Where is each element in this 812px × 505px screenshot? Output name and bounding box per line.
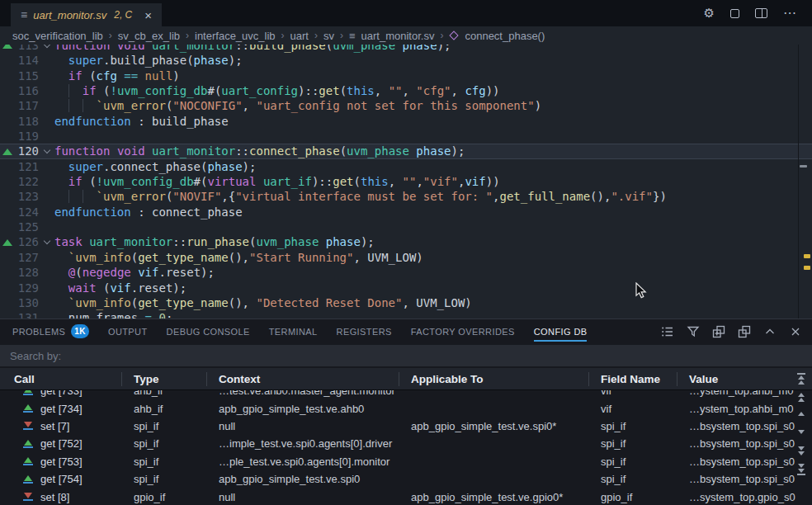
column-header-value[interactable]: Value — [677, 372, 812, 386]
code-line[interactable]: 126task uart_monitor::run_phase(uvm_phas… — [0, 234, 812, 249]
code-token: "cfg" — [416, 84, 451, 97]
gutter-arrow-icon[interactable] — [0, 144, 14, 158]
close-tab-icon[interactable]: × — [144, 9, 152, 21]
panel-tab-terminal[interactable]: TERMINAL — [269, 319, 318, 343]
panel-tab-label: DEBUG CONSOLE — [167, 327, 250, 337]
column-header-context[interactable]: Context — [207, 372, 399, 386]
configdb-search-input[interactable] — [10, 350, 802, 362]
column-header-field-name[interactable]: Field Name — [589, 372, 677, 386]
code-line[interactable]: 131 num_frames = 0; — [0, 310, 812, 319]
cell-value: …bsystem_top.spi_s0 — [677, 420, 812, 432]
gutter-arrow-icon[interactable] — [0, 45, 14, 53]
page-down-icon[interactable] — [795, 446, 808, 455]
call-label: set [8] — [40, 491, 69, 503]
breadcrumb-item[interactable]: sv_cb_ex_lib — [118, 30, 180, 42]
breadcrumb-item[interactable]: connect_phase() — [465, 30, 545, 42]
fold-space — [39, 295, 54, 310]
gutter-marker-space — [0, 114, 14, 129]
code-line[interactable]: 125 — [0, 219, 812, 234]
code-text: task uart_monitor::run_phase(uvm_phase p… — [54, 234, 375, 249]
panel-tab-label: OUTPUT — [108, 327, 148, 337]
code-text: super.build_phase(phase); — [54, 53, 243, 68]
close-panel-icon[interactable] — [789, 325, 802, 338]
table-row[interactable]: get [754]spi_ifapb_gpio_simple_test.ve.s… — [0, 470, 812, 488]
breadcrumb-item[interactable]: sv — [323, 30, 334, 42]
code-text: `uvm_info(get_type_name(), "Detected Res… — [54, 295, 472, 310]
fold-space — [39, 114, 54, 129]
code-line[interactable]: 124endfunction : connect_phase — [0, 205, 812, 219]
more-actions-icon[interactable]: ⋯ — [783, 7, 797, 20]
breadcrumb-item[interactable]: uart — [290, 30, 309, 42]
code-token: vif — [138, 266, 158, 279]
panel-tab-registers[interactable]: REGISTERS — [337, 319, 392, 343]
table-row[interactable]: get [753]spi_if…ple_test.ve.spi0.agents[… — [0, 453, 812, 470]
code-line[interactable]: 120function void uart_monitor::connect_p… — [0, 144, 812, 158]
code-line[interactable]: 115 if (cfg == null) — [0, 68, 812, 83]
maximize-panel-icon[interactable] — [763, 325, 777, 338]
gutter-arrow-icon[interactable] — [0, 234, 14, 249]
code-editor[interactable]: 113function void uart_monitor::build_pha… — [0, 45, 812, 319]
table-row[interactable]: get [752]spi_if…imple_test.ve.spi0.agent… — [0, 435, 812, 452]
code-token: (), — [229, 296, 257, 309]
code-line[interactable]: 122 if (!uvm_config_db#(virtual uart_if)… — [0, 174, 812, 189]
code-token: .connect_phase( — [103, 160, 207, 173]
editor-tab-uart-monitor[interactable]: ≡ uart_monitor.sv 2, C × — [11, 3, 162, 26]
code-token — [138, 69, 144, 83]
code-line[interactable]: 119 — [0, 129, 812, 144]
collapse-all-icon[interactable] — [712, 325, 725, 338]
view-as-list-icon[interactable] — [661, 325, 674, 338]
breadcrumb-item[interactable]: uart_monitor.sv — [361, 30, 435, 42]
code-line[interactable]: 118endfunction : build_phase — [0, 114, 812, 129]
code-token: "" — [389, 84, 403, 97]
code-line[interactable]: 117 `uvm_error("NOCONFIG", "uart_config … — [0, 98, 812, 113]
code-token: (), — [229, 251, 249, 264]
column-header-type[interactable]: Type — [122, 372, 207, 386]
code-line[interactable]: 114 super.build_phase(phase); — [0, 53, 812, 68]
panel-tab-debug-console[interactable]: DEBUG CONSOLE — [167, 319, 250, 343]
fold-space — [39, 159, 54, 174]
table-row[interactable]: set [7]spi_ifnullapb_gpio_simple_test.ve… — [0, 418, 812, 435]
fold-chevron-icon[interactable] — [39, 234, 54, 249]
filter-icon[interactable] — [687, 325, 700, 338]
table-row[interactable]: get [734]ahb_ifapb_gpio_simple_test.ve.a… — [0, 399, 812, 417]
panel-tab-config-db[interactable]: CONFIG DB — [534, 319, 588, 343]
fold-chevron-icon[interactable] — [39, 45, 54, 53]
code-line[interactable]: 128 @(negedge vif.reset); — [0, 265, 812, 280]
table-row[interactable]: set [8]gpio_ifnullapb_gpio_simple_test.v… — [0, 488, 812, 505]
column-header-applicable-to[interactable]: Applicable To — [399, 372, 589, 386]
line-number: 122 — [14, 174, 39, 189]
code-token: phase — [326, 235, 361, 248]
code-line[interactable]: 127 `uvm_info(get_type_name(),"Start Run… — [0, 250, 812, 265]
column-header-call[interactable]: Call — [0, 372, 122, 386]
page-up-icon[interactable] — [795, 393, 808, 402]
code-token: ; — [166, 311, 172, 319]
settings-gear-icon[interactable]: ⚙ — [704, 6, 715, 21]
code-line[interactable]: 130 `uvm_info(get_type_name(), "Detected… — [0, 295, 812, 310]
panel-tab-label: TERMINAL — [269, 327, 318, 337]
breadcrumb-item[interactable]: soc_verification_lib — [12, 30, 103, 42]
code-token: , — [416, 175, 423, 188]
panel-tab-output[interactable]: OUTPUT — [108, 319, 148, 343]
code-line[interactable]: 113function void uart_monitor::build_pha… — [0, 45, 812, 53]
code-line[interactable]: 129 wait (vif.reset); — [0, 281, 812, 295]
code-token — [68, 99, 83, 112]
code-token: .build_phase( — [103, 54, 194, 67]
editor-layout-icon[interactable] — [730, 9, 739, 18]
panel-tab-problems[interactable]: PROBLEMS1K — [12, 319, 89, 343]
code-line[interactable]: 116 if (!uvm_config_db#(uart_config)::ge… — [0, 83, 812, 98]
code-token: "vif" — [423, 175, 458, 188]
expand-all-icon[interactable] — [738, 325, 751, 338]
code-line[interactable]: 123 `uvm_error("NOVIF",{"virtual interfa… — [0, 189, 812, 204]
scroll-to-bottom-icon[interactable] — [795, 464, 808, 475]
split-editor-icon[interactable] — [755, 8, 767, 18]
scroll-to-top-icon[interactable] — [795, 373, 808, 385]
panel-tab-factory-overrides[interactable]: FACTORY OVERRIDES — [411, 319, 515, 343]
table-row[interactable]: get [733]ahb_if…test.ve.ahb0.master_agen… — [0, 390, 812, 399]
breadcrumb-item[interactable]: interface_uvc_lib — [195, 30, 276, 42]
cell-context: null — [207, 491, 399, 503]
fold-chevron-icon[interactable] — [39, 144, 54, 158]
scroll-up-icon[interactable] — [795, 412, 808, 416]
code-line[interactable]: 121 super.connect_phase(phase); — [0, 159, 812, 174]
breadcrumb-separator: › — [281, 30, 285, 41]
scroll-down-icon[interactable] — [795, 430, 808, 434]
